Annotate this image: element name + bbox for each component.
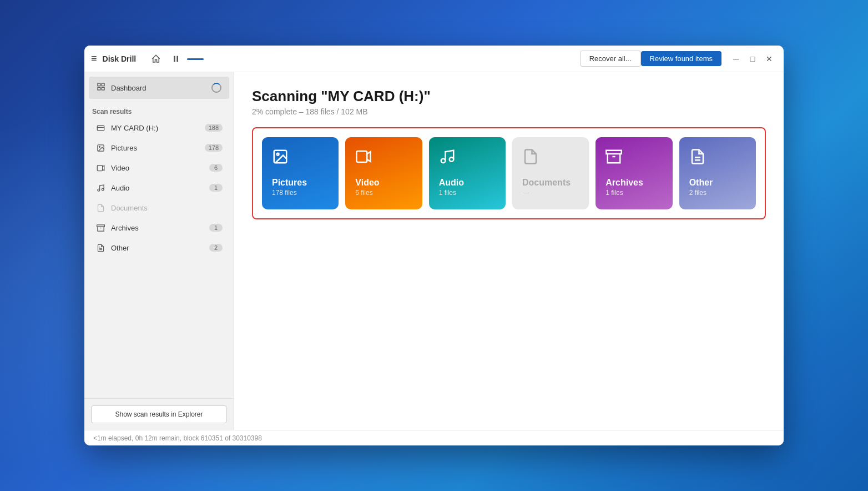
minimize-button[interactable]: ─ (728, 51, 744, 67)
archives-icon (95, 223, 105, 233)
svg-point-21 (449, 157, 453, 162)
sidebar-item-label-documents: Documents (111, 204, 223, 212)
sidebar-item-pictures[interactable]: Pictures 178 (88, 138, 230, 157)
svg-rect-0 (174, 56, 175, 62)
dashboard-label: Dashboard (111, 84, 211, 92)
svg-rect-1 (177, 56, 179, 62)
pictures-card-name: Pictures (272, 178, 307, 188)
audio-card-count: 1 files (439, 189, 456, 197)
sidebar-item-video[interactable]: Video 6 (88, 158, 230, 177)
documents-card-name: Documents (522, 178, 571, 188)
archives-card-name: Archives (605, 178, 643, 188)
video-icon (95, 163, 105, 173)
file-card-documents[interactable]: Documents — (512, 137, 589, 209)
svg-point-9 (99, 146, 100, 147)
archives-card-count: 1 files (605, 189, 623, 197)
sidebar-item-audio[interactable]: Audio 1 (88, 178, 230, 197)
dashboard-icon (97, 82, 105, 93)
video-card-icon (355, 148, 372, 169)
documents-card-count: — (522, 189, 529, 197)
file-card-video[interactable]: Video 6 files (345, 137, 422, 209)
file-card-pictures[interactable]: Pictures 178 files (262, 137, 339, 209)
main-layout: Dashboard Scan results MY CARD (H:) 188 (84, 72, 784, 430)
scan-results-label: Scan results (84, 103, 234, 118)
svg-rect-4 (98, 87, 100, 90)
show-in-explorer-button[interactable]: Show scan results in Explorer (91, 405, 227, 423)
video-card-name: Video (355, 178, 379, 188)
pause-button[interactable] (167, 50, 185, 68)
audio-icon (95, 183, 105, 193)
pictures-icon (95, 143, 105, 153)
file-card-archives[interactable]: Archives 1 files (596, 137, 672, 209)
sidebar-item-other[interactable]: Other 2 (88, 238, 230, 257)
titlebar: ≡ Disk Drill Recover all... Review found… (84, 46, 784, 72)
sidebar-item-archives[interactable]: Archives 1 (88, 218, 230, 237)
pictures-card-count: 178 files (272, 189, 297, 197)
audio-card-icon (439, 148, 456, 169)
sidebar-count-my-card: 188 (205, 124, 223, 132)
home-button[interactable] (147, 50, 165, 68)
menu-icon[interactable]: ≡ (91, 53, 97, 64)
sidebar-count-audio: 1 (209, 184, 223, 192)
sidebar-footer: Show scan results in Explorer (84, 398, 234, 430)
file-card-other[interactable]: Other 2 files (679, 137, 756, 209)
other-card-name: Other (689, 178, 713, 188)
video-card-count: 6 files (355, 189, 372, 197)
svg-rect-13 (97, 224, 104, 226)
svg-point-18 (277, 153, 279, 156)
sidebar-item-label-other: Other (111, 244, 209, 252)
sidebar-count-other: 2 (209, 244, 223, 252)
svg-rect-6 (97, 126, 104, 131)
sidebar-item-label-archives: Archives (111, 224, 209, 232)
sidebar-item-label-pictures: Pictures (111, 144, 205, 152)
sidebar: Dashboard Scan results MY CARD (H:) 188 (84, 72, 234, 430)
audio-card-name: Audio (439, 178, 464, 188)
svg-rect-19 (357, 151, 367, 162)
archives-card-icon (605, 148, 622, 169)
pictures-card-icon (272, 148, 289, 169)
page-title: Scanning "MY CARD (H:)" (252, 88, 766, 105)
other-icon (95, 243, 105, 253)
review-found-button[interactable]: Review found items (641, 51, 721, 66)
sidebar-item-label-audio: Audio (111, 184, 209, 192)
scan-progress: 2% complete – 188 files / 102 MB (252, 107, 766, 116)
recover-all-button[interactable]: Recover all... (580, 51, 641, 67)
svg-rect-5 (102, 87, 104, 90)
my-card-icon (95, 123, 105, 133)
documents-card-icon (522, 148, 539, 169)
svg-rect-10 (97, 165, 102, 171)
maximize-button[interactable]: □ (745, 51, 760, 67)
dashboard-item[interactable]: Dashboard (89, 77, 229, 99)
statusbar: <1m elapsed, 0h 12m remain, block 610351… (84, 430, 784, 445)
sidebar-item-label-video: Video (111, 164, 209, 172)
file-cards-container: Pictures 178 files Video 6 files (252, 127, 766, 219)
status-text: <1m elapsed, 0h 12m remain, block 610351… (93, 434, 262, 442)
svg-point-11 (97, 189, 99, 191)
sidebar-item-label-my-card: MY CARD (H:) (111, 124, 205, 132)
svg-rect-3 (102, 83, 104, 86)
sidebar-item-documents[interactable]: Documents (88, 198, 230, 217)
sidebar-count-archives: 1 (209, 224, 223, 232)
sidebar-item-my-card[interactable]: MY CARD (H:) 188 (88, 118, 230, 137)
app-title: Disk Drill (103, 54, 137, 63)
sidebar-count-pictures: 178 (205, 144, 223, 152)
svg-point-12 (102, 188, 104, 191)
file-card-audio[interactable]: Audio 1 files (429, 137, 506, 209)
svg-rect-2 (98, 83, 100, 86)
svg-rect-22 (607, 151, 622, 154)
other-card-icon (689, 148, 706, 169)
other-card-count: 2 files (689, 189, 706, 197)
documents-icon (95, 203, 105, 213)
app-window: ≡ Disk Drill Recover all... Review found… (84, 46, 784, 445)
loading-spinner (211, 83, 221, 93)
sidebar-count-video: 6 (209, 164, 223, 172)
content-area: Scanning "MY CARD (H:)" 2% complete – 18… (234, 72, 784, 430)
svg-point-20 (441, 159, 445, 163)
close-button[interactable]: ✕ (761, 51, 777, 67)
